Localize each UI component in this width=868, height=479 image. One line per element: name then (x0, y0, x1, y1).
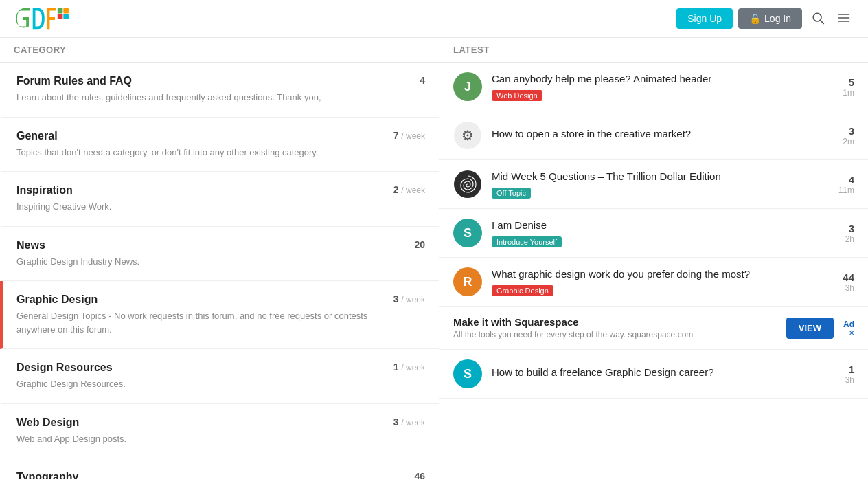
topic-time: 3h (820, 283, 854, 293)
topic-replies: 3 (820, 125, 854, 137)
category-desc: General Design Topics - No work requests… (16, 309, 370, 336)
topic-main: Mid Week 5 Questions – The Trillion Doll… (492, 170, 810, 199)
category-row[interactable]: Graphic Design General Design Topics - N… (0, 281, 439, 349)
category-name: Graphic Design (16, 293, 370, 306)
ad-corner: Ad ✕ (843, 320, 854, 337)
ad-view-button[interactable]: VIEW (786, 318, 834, 339)
count-number: 46 (414, 471, 425, 479)
latest-column: Latest J Can anybody help me please? Ani… (439, 38, 868, 479)
topic-row[interactable]: Mid Week 5 Questions – The Trillion Doll… (439, 160, 868, 209)
topic-row[interactable]: S How to build a freelance Graphic Desig… (439, 350, 868, 399)
category-name: News (16, 239, 370, 252)
category-info: Typography (16, 471, 370, 479)
category-name: Inspiration (16, 184, 370, 197)
topic-time: 2h (820, 234, 854, 244)
count-suffix: / week (401, 363, 425, 372)
category-name: General (16, 130, 370, 142)
category-info: Graphic Design General Design Topics - N… (16, 293, 370, 336)
category-name: Forum Rules and FAQ (16, 75, 370, 87)
category-desc: Topics that don't need a category, or do… (16, 146, 370, 159)
category-row[interactable]: News Graphic Design Industry News. 20 (0, 227, 439, 282)
topic-meta: 3 2h (820, 223, 854, 244)
topic-meta: 1 3h (820, 364, 854, 385)
topic-replies: 3 (820, 223, 854, 234)
advertisement-row: Make it with Squarespace All the tools y… (439, 307, 868, 350)
category-desc: Learn about the rules, guidelines and fr… (16, 91, 370, 104)
avatar: S (453, 219, 482, 247)
category-count: 20 (370, 239, 425, 250)
count-suffix: / week (401, 131, 425, 141)
topic-replies: 5 (820, 76, 854, 88)
site-header: Sign Up 🔒 Log In (0, 0, 868, 38)
topic-time: 1m (820, 88, 854, 98)
topic-title: What graphic design work do you prefer d… (492, 267, 810, 281)
topic-main: What graphic design work do you prefer d… (492, 267, 810, 296)
category-info: News Graphic Design Industry News. (16, 239, 370, 269)
topic-tag: Off Topic (492, 188, 531, 199)
lock-icon: 🔒 (749, 13, 761, 24)
count-suffix: / week (401, 295, 425, 304)
category-row[interactable]: Typography 46 (0, 458, 439, 479)
category-row[interactable]: General Topics that don't need a categor… (0, 118, 439, 172)
svg-rect-1 (63, 8, 69, 14)
avatar-wrapper: R (453, 267, 482, 296)
topic-main: How to open a store in the creative mark… (492, 127, 810, 144)
topic-meta: 3 2m (820, 125, 854, 146)
ad-description: All the tools you need for every step of… (453, 330, 777, 339)
avatar-wrapper: ⚙ (453, 121, 482, 150)
avatar-wrapper (453, 170, 482, 199)
topic-main: I am Denise Introduce Yourself (492, 219, 810, 247)
topic-row[interactable]: ⚙ How to open a store in the creative ma… (439, 111, 868, 160)
avatar-wrapper: J (453, 72, 482, 101)
topic-title: I am Denise (492, 219, 810, 232)
topic-row[interactable]: R What graphic design work do you prefer… (439, 258, 868, 307)
avatar: R (453, 267, 482, 296)
topic-tag: Introduce Yourself (492, 236, 562, 247)
svg-rect-3 (63, 14, 69, 19)
count-number: 7 (393, 130, 399, 141)
topic-row[interactable]: J Can anybody help me please? Animated h… (439, 63, 868, 111)
topic-meta: 5 1m (820, 76, 854, 98)
category-count: 3 / week (370, 416, 425, 427)
category-desc: Graphic Design Industry News. (16, 255, 370, 269)
avatar-wrapper: S (453, 359, 482, 388)
topic-replies: 44 (820, 271, 854, 283)
topic-title: Mid Week 5 Questions – The Trillion Doll… (492, 170, 810, 183)
topic-meta: 4 11m (820, 174, 854, 195)
category-name: Web Design (16, 416, 370, 429)
svg-rect-0 (58, 8, 63, 14)
count-number: 2 (393, 184, 399, 195)
avatar: S (453, 359, 482, 388)
site-logo[interactable] (14, 5, 96, 32)
count-number: 1 (393, 361, 399, 372)
topic-meta: 44 3h (820, 271, 854, 293)
avatar: J (453, 72, 482, 101)
category-desc: Inspiring Creative Work. (16, 200, 370, 214)
count-number: 3 (393, 293, 399, 304)
main-container: Category Forum Rules and FAQ Learn about… (0, 38, 868, 479)
category-count: 1 / week (370, 361, 425, 372)
menu-button[interactable] (834, 8, 854, 30)
category-info: Inspiration Inspiring Creative Work. (16, 184, 370, 214)
category-name: Design Resources (16, 361, 370, 374)
category-count: 4 (370, 75, 425, 86)
category-row[interactable]: Design Resources Graphic Design Resource… (0, 349, 439, 404)
category-row[interactable]: Web Design Web and App Design posts. 3 /… (0, 404, 439, 459)
avatar-wrapper: S (453, 219, 482, 247)
topic-tag: Web Design (492, 90, 542, 101)
category-row[interactable]: Forum Rules and FAQ Learn about the rule… (0, 63, 439, 118)
svg-text:⚙: ⚙ (461, 128, 474, 143)
categories-list: Forum Rules and FAQ Learn about the rule… (0, 63, 439, 479)
category-info: Design Resources Graphic Design Resource… (16, 361, 370, 391)
topic-tag: Graphic Design (492, 285, 553, 296)
search-button[interactable] (808, 8, 828, 30)
ad-content: Make it with Squarespace All the tools y… (453, 316, 777, 339)
topic-row[interactable]: S I am Denise Introduce Yourself 3 2h (439, 209, 868, 258)
count-number: 4 (420, 75, 425, 86)
category-desc: Graphic Design Resources. (16, 377, 370, 391)
svg-line-5 (821, 20, 824, 23)
login-button[interactable]: 🔒 Log In (738, 8, 802, 29)
category-row[interactable]: Inspiration Inspiring Creative Work. 2 /… (0, 172, 439, 227)
signup-button[interactable]: Sign Up (676, 8, 733, 29)
topic-title: Can anybody help me please? Animated hea… (492, 72, 810, 86)
